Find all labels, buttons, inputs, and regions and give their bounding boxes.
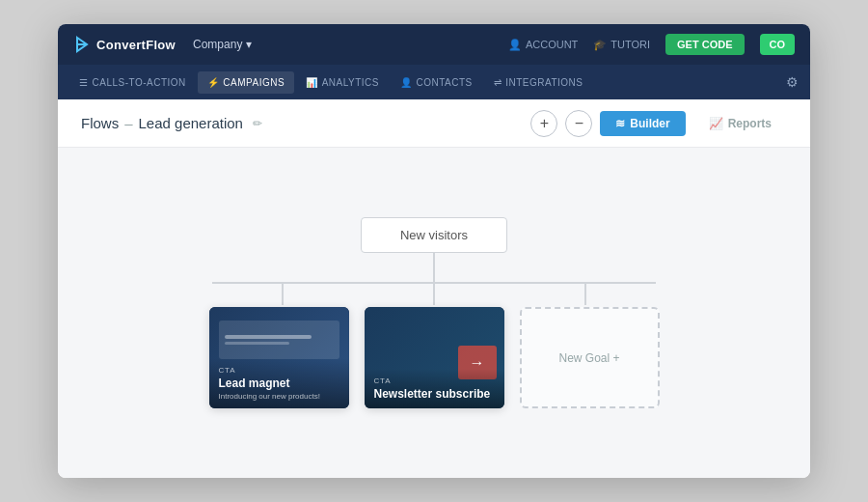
account-icon: 👤 — [508, 39, 522, 51]
logo-icon — [73, 36, 91, 53]
reports-icon: 📈 — [709, 117, 723, 130]
integrations-icon: ⇌ — [494, 77, 502, 88]
sidebar-item-analytics[interactable]: 📊 ANALYTICS — [296, 71, 389, 94]
top-nav: ConvertFlow Company ▾ 👤 ACCOUNT 🎓 TUTORI… — [58, 24, 810, 65]
settings-icon[interactable]: ⚙ — [786, 74, 799, 90]
new-goal-label: New Goal + — [558, 351, 619, 365]
company-menu[interactable]: Company ▾ — [193, 38, 252, 51]
nav-right: 👤 ACCOUNT 🎓 TUTORI GET CODE CO — [508, 34, 795, 55]
account-link[interactable]: 👤 ACCOUNT — [508, 39, 578, 51]
newsletter-cta-label: CTA — [374, 376, 495, 385]
breadcrumb: Flows – Lead generation ✏ — [81, 115, 530, 131]
visitors-box[interactable]: New visitors — [361, 217, 507, 253]
campaigns-icon: ⚡ — [207, 77, 220, 88]
builder-icon: ≋ — [615, 117, 625, 130]
sidebar-item-integrations[interactable]: ⇌ INTEGRATIONS — [484, 71, 593, 94]
breadcrumb-flows: Flows — [81, 115, 119, 131]
toolbar: Flows – Lead generation ✏ + − ≋ Builder … — [58, 99, 810, 148]
lead-magnet-content: CTA Lead magnet Introducing our new prod… — [209, 358, 349, 408]
builder-tab[interactable]: ≋ Builder — [600, 111, 685, 136]
breadcrumb-title: Lead generation — [139, 115, 243, 131]
reports-tab[interactable]: 📈 Reports — [693, 111, 787, 136]
main-content: Flows – Lead generation ✏ + − ≋ Builder … — [58, 99, 810, 478]
sidebar-item-campaigns[interactable]: ⚡ CAMPAIGNS — [198, 71, 294, 94]
logo-text: ConvertFlow — [96, 38, 176, 52]
card-preview — [219, 321, 339, 359]
sub-nav: ☰ CALLS-TO-ACTION ⚡ CAMPAIGNS 📊 ANALYTIC… — [58, 65, 810, 99]
newsletter-card[interactable]: → CTA Newsletter subscribe — [365, 307, 504, 408]
newsletter-content: CTA Newsletter subscribe — [365, 369, 504, 408]
breadcrumb-separator: – — [124, 115, 132, 131]
calls-icon: ☰ — [79, 77, 89, 88]
tutorials-icon: 🎓 — [593, 39, 607, 51]
zoom-out-button[interactable]: − — [565, 110, 592, 137]
zoom-in-button[interactable]: + — [530, 110, 557, 137]
co-button[interactable]: CO — [760, 34, 796, 55]
canvas: New visitors — [58, 148, 810, 478]
lead-magnet-column: CTA Lead magnet Introducing our new prod… — [209, 284, 349, 408]
horizontal-connector — [212, 282, 656, 284]
visitors-label: New visitors — [400, 228, 468, 242]
browser-frame: ConvertFlow Company ▾ 👤 ACCOUNT 🎓 TUTORI… — [58, 24, 810, 478]
analytics-icon: 📊 — [306, 77, 318, 88]
new-goal-box[interactable]: New Goal + — [520, 307, 660, 408]
logo-area[interactable]: ConvertFlow — [73, 36, 176, 53]
lead-magnet-subtitle: Introducing our new products! — [219, 392, 339, 401]
edit-icon[interactable]: ✏ — [253, 117, 262, 130]
newsletter-title: Newsletter subscribe — [374, 387, 495, 401]
vertical-line-1 — [433, 253, 435, 282]
get-code-button[interactable]: GET CODE — [665, 34, 744, 55]
contacts-icon: 👤 — [400, 77, 413, 88]
lead-magnet-card[interactable]: CTA Lead magnet Introducing our new prod… — [209, 307, 349, 408]
sidebar-item-calls-to-action[interactable]: ☰ CALLS-TO-ACTION — [69, 71, 196, 94]
tutorials-link[interactable]: 🎓 TUTORI — [593, 39, 650, 51]
new-goal-column: New Goal + — [520, 284, 660, 408]
sidebar-item-contacts[interactable]: 👤 CONTACTS — [391, 71, 482, 94]
flow-container: New visitors — [209, 217, 660, 408]
lead-magnet-title: Lead magnet — [219, 376, 339, 390]
lead-magnet-cta-label: CTA — [219, 366, 339, 375]
toolbar-right: + − ≋ Builder 📈 Reports — [530, 110, 787, 137]
